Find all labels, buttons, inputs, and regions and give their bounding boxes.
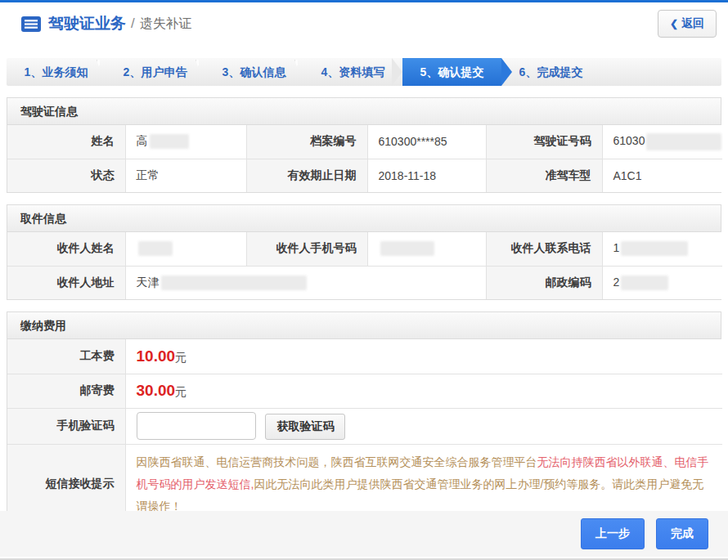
tab-step-3[interactable]: 3、确认信息 xyxy=(204,58,303,86)
address-value: 天津 xyxy=(125,266,486,299)
captcha-label: 手机验证码 xyxy=(7,408,125,444)
tab-step-6[interactable]: 6、完成提交 xyxy=(501,58,600,86)
redacted-value xyxy=(161,276,307,290)
recipient-mobile-label: 收件人手机号码 xyxy=(246,232,367,266)
expiry-label: 有效期止日期 xyxy=(246,159,367,192)
pickup-section-title: 取件信息 xyxy=(7,205,721,232)
fee-amount: 30.00 xyxy=(137,382,176,399)
notice-segment: 因陕西省联通、电信运营商技术问题，陕西省互联网交通安全综合服务管理平台 xyxy=(137,455,537,468)
tab-step-5-active[interactable]: 5、确认提交 xyxy=(402,58,501,86)
fees-section: 缴纳费用 工本费 10.00元 邮寄费 30.00元 手机验证码 获取验证码 短… xyxy=(7,311,721,525)
captcha-cell: 获取验证码 xyxy=(125,408,722,444)
fee-unit: 元 xyxy=(175,385,186,398)
recipient-name-value xyxy=(125,232,246,266)
redacted-value xyxy=(138,241,173,256)
expiry-value: 2018-11-18 xyxy=(367,159,486,192)
breadcrumb-current: 遗失补证 xyxy=(140,16,192,33)
file-no-value: 610300****85 xyxy=(367,125,486,159)
table-row: 收件人地址 天津 邮政编码 2 xyxy=(7,266,722,299)
fee-unit: 元 xyxy=(175,351,186,364)
mail-fee-value: 30.00元 xyxy=(125,374,722,408)
previous-step-button[interactable]: 上一步 xyxy=(581,518,645,549)
mail-fee-label: 邮寄费 xyxy=(7,374,125,408)
table-row: 收件人姓名 收件人手机号码 收件人联系电话 1 xyxy=(7,232,722,266)
recipient-phone-label: 收件人联系电话 xyxy=(486,232,602,266)
license-info-section: 驾驶证信息 姓名 高 档案编号 610300****85 驾驶证号码 61030… xyxy=(7,97,721,193)
finish-button[interactable]: 完成 xyxy=(656,518,708,549)
vehicle-class-label: 准驾车型 xyxy=(486,159,602,192)
status-value: 正常 xyxy=(125,159,246,192)
redacted-value xyxy=(150,134,189,149)
redacted-value xyxy=(621,276,668,290)
tab-step-1[interactable]: 1、业务须知 xyxy=(7,58,106,86)
footer-action-bar: 上一步 完成 xyxy=(0,511,728,557)
back-arrow-icon: ❮ xyxy=(670,18,678,29)
captcha-input[interactable] xyxy=(137,412,256,440)
vehicle-class-value: A1C1 xyxy=(602,159,722,192)
fees-section-title: 缴纳费用 xyxy=(7,312,721,339)
recipient-phone-value: 1 xyxy=(602,232,722,266)
get-captcha-button[interactable]: 获取验证码 xyxy=(265,414,345,440)
redacted-value xyxy=(621,241,688,256)
recipient-name-label: 收件人姓名 xyxy=(7,232,125,266)
tab-step-2[interactable]: 2、用户申告 xyxy=(106,58,204,86)
redacted-value xyxy=(380,241,434,256)
license-info-table: 姓名 高 档案编号 610300****85 驾驶证号码 61030 状态 正常… xyxy=(7,125,722,192)
table-row: 工本费 10.00元 xyxy=(7,339,722,374)
recipient-mobile-value xyxy=(367,232,486,266)
back-button[interactable]: ❮ 返回 xyxy=(658,10,717,38)
file-no-label: 档案编号 xyxy=(246,125,367,159)
table-row: 邮寄费 30.00元 xyxy=(7,374,722,408)
table-row: 状态 正常 有效期止日期 2018-11-18 准驾车型 A1C1 xyxy=(7,159,722,192)
name-value: 高 xyxy=(125,125,246,159)
production-fee-value: 10.00元 xyxy=(125,339,722,374)
name-label: 姓名 xyxy=(7,125,125,159)
license-section-title: 驾驶证信息 xyxy=(7,98,721,125)
page-header: 驾驶证业务 / 遗失补证 ❮ 返回 xyxy=(0,2,728,45)
license-no-label: 驾驶证号码 xyxy=(486,125,602,159)
redacted-value xyxy=(646,133,721,150)
list-icon xyxy=(21,16,41,32)
license-no-value: 61030 xyxy=(602,125,722,159)
fees-table: 工本费 10.00元 邮寄费 30.00元 手机验证码 获取验证码 短信接收提示… xyxy=(7,339,722,524)
tab-step-4[interactable]: 4、资料填写 xyxy=(303,58,402,86)
step-tabs: 1、业务须知 2、用户申告 3、确认信息 4、资料填写 5、确认提交 6、完成提… xyxy=(7,58,721,86)
status-label: 状态 xyxy=(7,159,125,192)
address-label: 收件人地址 xyxy=(7,266,125,299)
page: 驾驶证业务 / 遗失补证 ❮ 返回 1、业务须知 2、用户申告 3、确认信息 4… xyxy=(0,0,728,560)
table-row: 姓名 高 档案编号 610300****85 驾驶证号码 61030 xyxy=(7,125,722,159)
postcode-value: 2 xyxy=(602,266,722,299)
postcode-label: 邮政编码 xyxy=(486,266,602,299)
page-title: 驾驶证业务 xyxy=(48,13,126,34)
breadcrumb-divider: / xyxy=(131,16,135,32)
production-fee-label: 工本费 xyxy=(7,339,125,374)
table-row: 手机验证码 获取验证码 xyxy=(7,408,722,444)
back-button-label: 返回 xyxy=(681,16,704,31)
fee-amount: 10.00 xyxy=(137,347,176,365)
pickup-info-section: 取件信息 收件人姓名 收件人手机号码 收件人联系电话 1 收件人地址 天津 邮政… xyxy=(7,204,721,300)
pickup-info-table: 收件人姓名 收件人手机号码 收件人联系电话 1 收件人地址 天津 邮政编码 2 xyxy=(7,232,722,299)
